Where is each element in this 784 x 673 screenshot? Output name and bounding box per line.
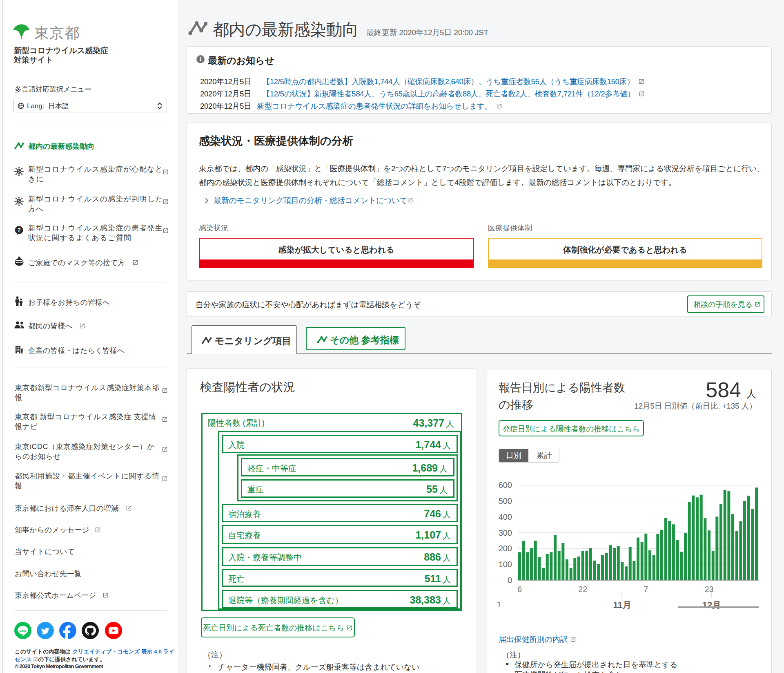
svg-text:0: 0 [508, 576, 512, 585]
svg-text:11月: 11月 [613, 600, 631, 610]
svg-text:600: 600 [499, 481, 512, 490]
svg-text:100: 100 [499, 560, 512, 569]
svg-text:23: 23 [704, 585, 713, 594]
svg-text:200: 200 [499, 544, 512, 553]
svg-text:6: 6 [517, 585, 522, 594]
svg-text:?: ? [17, 227, 20, 233]
svg-text:LINE: LINE [19, 629, 26, 633]
svg-text:300: 300 [499, 528, 512, 537]
svg-text:400: 400 [499, 512, 512, 521]
svg-text:500: 500 [499, 496, 512, 505]
svg-text:22: 22 [578, 585, 587, 594]
svg-text:7: 7 [644, 585, 648, 594]
svg-text:12月: 12月 [702, 600, 721, 610]
